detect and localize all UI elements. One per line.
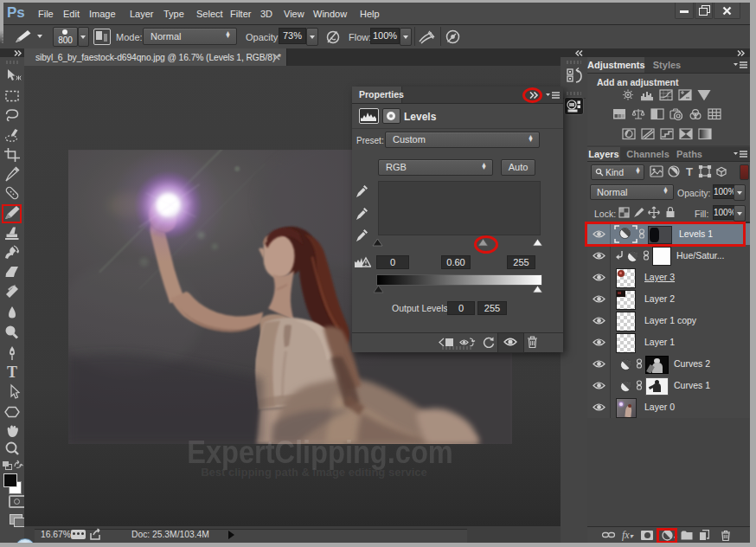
svg-text:T: T	[686, 165, 693, 178]
svg-text:T: T	[7, 364, 17, 381]
